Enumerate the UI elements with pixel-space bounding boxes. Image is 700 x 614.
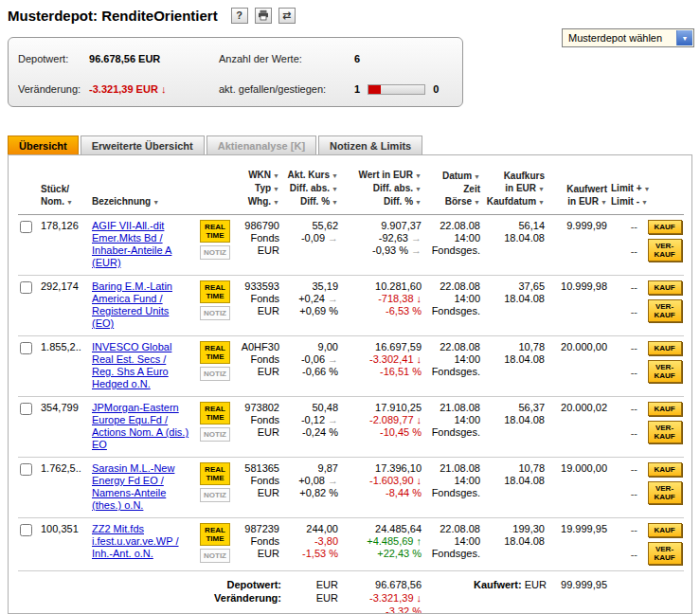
wert-cell: 16.697,59 -3.302,41↓ -16,51 % <box>342 341 425 378</box>
wert-diff-abs: -3.302,41↓ <box>342 353 422 366</box>
gefallen-gestiegen-row: akt. gefallen/gestiegen: 1 0 <box>219 83 453 95</box>
sort-icon[interactable]: ▼ <box>332 172 338 179</box>
zeit-value: 14:00 <box>425 535 480 548</box>
wert-diff-pct: -0,93 %→ <box>342 244 422 257</box>
print-icon[interactable] <box>255 8 272 24</box>
kaufwert-value: 9.999,99 <box>548 220 607 232</box>
notiz-badge[interactable]: NOTIZ <box>200 245 230 260</box>
sort-icon[interactable]: ▼ <box>332 186 338 192</box>
sort-icon[interactable]: ▼ <box>66 199 73 206</box>
depot-select-dropdown[interactable]: Musterdepot wählen ▼ <box>562 28 694 47</box>
row-select-checkbox[interactable] <box>20 342 32 354</box>
wert-diff-abs: +4.485,69↑ <box>342 535 422 548</box>
notiz-badge[interactable]: NOTIZ <box>200 488 230 502</box>
header-kaufwert: Kaufwert in EUR▼ <box>548 183 611 208</box>
datum-cell: 22.08.08 14:00 Fondsges. <box>425 523 484 560</box>
notiz-badge[interactable]: NOTIZ <box>200 367 230 381</box>
sort-icon[interactable]: ▼ <box>153 199 159 206</box>
badges-cell: REAL TIME NOTIZ <box>194 462 236 502</box>
sort-icon[interactable]: ▼ <box>644 186 651 192</box>
position-name-link[interactable]: Sarasin M.L.-New Energy Fd EO / Namens-A… <box>92 462 174 511</box>
stueck-value: 354,799 <box>41 402 92 414</box>
table-row: 354,799 JPMorgan-Eastern Europe Equ.Fd /… <box>18 397 684 458</box>
limit-plus-value: -- <box>611 221 637 233</box>
sort-icon[interactable]: ▼ <box>415 186 422 192</box>
sort-icon[interactable]: ▼ <box>273 172 279 179</box>
kurs-value: 50,48 <box>283 402 338 414</box>
limit-cell: -- -- <box>611 341 645 379</box>
realtime-badge[interactable]: REAL TIME <box>200 402 230 424</box>
position-name-link[interactable]: INVESCO Global Real Est. Secs / Reg. Shs… <box>92 341 171 389</box>
header-wert: Wert in EUR▼ Diff. abs.▼ Diff. %▼ <box>342 169 425 208</box>
footer-kaufwert-value: 99.999,95 <box>548 578 611 591</box>
sort-icon[interactable]: ▼ <box>273 199 279 206</box>
stueck-value: 1.855,2.. <box>41 341 92 353</box>
kaufdatum-value: 18.04.08 <box>484 535 545 548</box>
help-icon[interactable]: ? <box>231 8 248 24</box>
kauf-button[interactable]: KAUF <box>648 220 682 234</box>
kauf-button[interactable]: KAUF <box>648 523 682 537</box>
position-name-link[interactable]: ZZ2 Mit.fds i.fest.u.var.ve.WP / Inh.-An… <box>92 523 179 559</box>
kauf-button[interactable]: KAUF <box>648 341 682 355</box>
sort-icon[interactable]: ▼ <box>538 186 545 192</box>
wkn-value: 973802 <box>236 402 279 414</box>
verkauf-button[interactable]: VER- KAUF <box>648 481 682 504</box>
gefallen-bar-segment <box>368 85 381 94</box>
wert-diff-pct: -6,53 % <box>342 305 422 317</box>
sort-icon[interactable]: ▼ <box>415 172 422 179</box>
boerse-value: Fondsges. <box>425 487 480 499</box>
verkauf-button[interactable]: VER- KAUF <box>648 421 682 443</box>
chevron-down-icon[interactable]: ▼ <box>676 30 692 45</box>
kaufdatum-value: 18.04.08 <box>484 293 545 305</box>
datum-value: 21.08.08 <box>425 462 480 475</box>
sort-icon[interactable]: ▼ <box>538 199 545 206</box>
order-buttons-cell: KAUF VER- KAUF <box>645 523 684 565</box>
sort-icon[interactable]: ▼ <box>641 199 648 206</box>
sort-icon[interactable]: ▼ <box>273 186 279 192</box>
sort-icon[interactable]: ▼ <box>474 199 480 206</box>
row-select-checkbox[interactable] <box>20 281 32 294</box>
verkauf-button[interactable]: VER- KAUF <box>648 239 682 262</box>
notiz-badge[interactable]: NOTIZ <box>200 306 230 320</box>
row-select-checkbox[interactable] <box>20 221 32 233</box>
row-select-checkbox[interactable] <box>20 403 32 415</box>
notiz-badge[interactable]: NOTIZ <box>200 427 230 442</box>
gefallen-gestiegen-label: akt. gefallen/gestiegen: <box>219 83 351 95</box>
kauf-button[interactable]: KAUF <box>648 402 682 416</box>
verkauf-button[interactable]: VER- KAUF <box>648 542 682 565</box>
tab-notizen-limits[interactable]: Notizen & Limits <box>318 135 422 154</box>
kauf-button[interactable]: KAUF <box>648 280 682 295</box>
realtime-badge[interactable]: REAL TIME <box>200 220 230 243</box>
sort-icon[interactable]: ▼ <box>332 199 338 206</box>
limit-cell: -- -- <box>611 462 645 500</box>
kaufkurs-cell: 56,37 18.04.08 <box>484 402 548 426</box>
position-name-link[interactable]: Baring E.M.-Latin America Fund / Registe… <box>92 280 172 329</box>
sort-icon[interactable]: ▼ <box>474 173 480 180</box>
badges-cell: REAL TIME NOTIZ <box>194 523 236 563</box>
realtime-badge[interactable]: REAL TIME <box>200 523 230 546</box>
swap-icon[interactable]: ⇄ <box>278 8 296 24</box>
table-row: 1.855,2.. INVESCO Global Real Est. Secs … <box>18 336 684 397</box>
verkauf-button[interactable]: VER- KAUF <box>648 360 682 383</box>
position-name-link[interactable]: JPMorgan-Eastern Europe Equ.Fd / Actions… <box>92 402 188 450</box>
footer-veraenderung-currency: EUR <box>283 591 342 605</box>
limit-cell: -- -- <box>611 220 645 258</box>
position-name-link[interactable]: AGIF VII-All.-dit Emer.Mkts Bd / Inhaber… <box>92 220 171 268</box>
realtime-badge[interactable]: REAL TIME <box>200 341 230 364</box>
row-select-checkbox[interactable] <box>20 524 32 536</box>
row-select-checkbox[interactable] <box>20 463 32 476</box>
kaufkurs-cell: 10,78 18.04.08 <box>484 341 548 366</box>
kaufkurs-cell: 199,30 18.04.08 <box>484 523 548 548</box>
verkauf-button[interactable]: VER- KAUF <box>648 299 682 322</box>
kurs-diff-pct: -1,53 % <box>283 548 338 560</box>
tab-erweiterte-uebersicht[interactable]: Erweiterte Übersicht <box>81 135 205 154</box>
tab-uebersicht[interactable]: Übersicht <box>8 135 79 154</box>
kaufwert-cell: 20.000,00 <box>548 341 611 353</box>
realtime-badge[interactable]: REAL TIME <box>200 462 230 485</box>
footer-kaufwert-label: Kaufwert: EUR <box>425 578 548 591</box>
sort-icon[interactable]: ▼ <box>601 199 607 206</box>
notiz-badge[interactable]: NOTIZ <box>200 549 230 563</box>
kauf-button[interactable]: KAUF <box>648 462 682 477</box>
realtime-badge[interactable]: REAL TIME <box>200 280 230 303</box>
sort-icon[interactable]: ▼ <box>415 199 422 206</box>
